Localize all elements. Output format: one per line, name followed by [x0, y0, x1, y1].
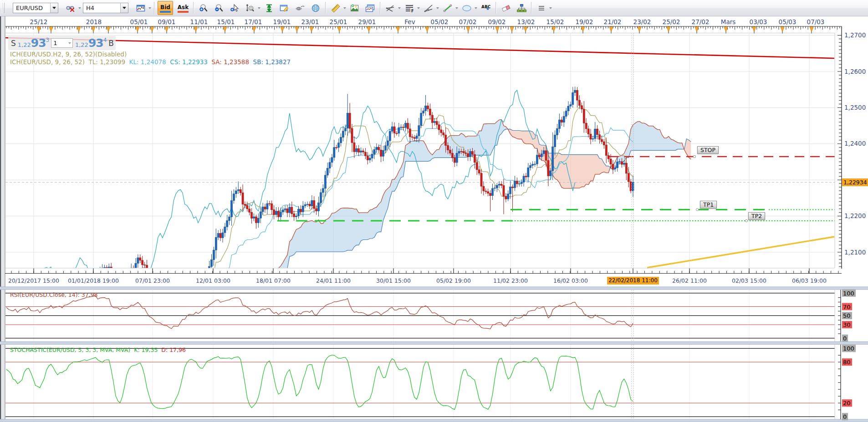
- list-icon-dropdown[interactable]: [548, 1, 553, 15]
- x-axis-top-label: 25/02: [663, 18, 680, 25]
- quantity-input[interactable]: 1: [51, 38, 73, 48]
- zoom-time-icon[interactable]: Q: [243, 1, 257, 15]
- x-axis-top-label: 17/01: [245, 18, 262, 25]
- svg-text:ABC: ABC: [481, 5, 491, 9]
- buy-price-small: 1,22: [75, 41, 88, 50]
- trend-line-icon[interactable]: [441, 1, 454, 15]
- x-axis-top-label: 09/01: [158, 18, 176, 25]
- x-axis-bottom-label: 16/02 03:00: [553, 277, 588, 284]
- x-axis-bottom-label: 07/01 23:00: [135, 277, 170, 284]
- x-axis-bottom-label: 30/01 15:00: [376, 277, 411, 284]
- instrument-select[interactable]: EUR/USD: [13, 3, 58, 13]
- svg-text:Q: Q: [250, 6, 252, 10]
- trading-app-window: 25/12201805/0109/0111/0115/0117/0119/012…: [0, 0, 868, 422]
- legend-ichimoku-values: ICH(EUR/USD, 9, 26, 52) TL: 1,23099 KL: …: [10, 58, 291, 66]
- stochastic-title: STOCHASTIC(EUR/USD, 5, 3, 3, MVA, MVA) K…: [10, 346, 186, 353]
- eraser-icon[interactable]: [499, 1, 513, 15]
- x-axis-top-label: 09/02: [488, 18, 506, 25]
- sell-label: S: [8, 39, 18, 48]
- y-axis-label: 1,2100: [844, 249, 866, 256]
- trend-angle-icon[interactable]: [422, 1, 435, 15]
- fit-vertical-icon[interactable]: [262, 1, 276, 15]
- toolbar-grip[interactable]: [2, 3, 5, 13]
- x-axis-top-label: 25/01: [330, 18, 347, 25]
- y-axis-label: 1,2500: [844, 104, 866, 111]
- main-toolbar: EUR/USDH4BidAskQFABC: [0, 0, 868, 16]
- ask-button[interactable]: Ask: [176, 1, 190, 15]
- rsi-title: RSI(EUR/USD.Close, 14): 37,98: [10, 291, 98, 298]
- x-axis-bottom-label: 05/02 19:00: [436, 277, 471, 284]
- timeframe-select[interactable]: H4: [83, 3, 128, 13]
- unlink-icon-dropdown[interactable]: [77, 1, 82, 15]
- ellipse-icon-dropdown[interactable]: [474, 1, 478, 15]
- ellipse-icon[interactable]: [460, 1, 474, 15]
- x-axis-top-label: 19/02: [576, 18, 593, 25]
- unlink-icon[interactable]: [64, 1, 77, 15]
- zoom-in-icon[interactable]: [197, 1, 210, 15]
- x-axis-top-label: 15/01: [217, 18, 235, 25]
- x-axis-top-label: 07/03: [807, 18, 825, 25]
- y-axis-label: 1,2600: [844, 68, 866, 75]
- x-axis-top-label: 23/01: [301, 18, 319, 25]
- x-axis-top-label: 25/12: [30, 18, 48, 25]
- zoom-select-icon[interactable]: [228, 1, 241, 15]
- stop-line-label[interactable]: STOP: [697, 146, 719, 154]
- stochastic-level-label: 0: [843, 413, 847, 420]
- add-image-icon[interactable]: [348, 1, 362, 15]
- list-icon[interactable]: [535, 1, 548, 15]
- y-axis-label: 1,2400: [844, 140, 866, 147]
- edit-objects-icon[interactable]: [278, 1, 291, 15]
- x-axis-top-label: 05/01: [130, 18, 148, 25]
- rsi-level-label: 50: [843, 312, 851, 319]
- structure-icon[interactable]: [515, 1, 528, 15]
- rsi-level-label: 0: [843, 335, 847, 342]
- buy-price-big[interactable]: 93: [88, 37, 103, 49]
- bid-button[interactable]: Bid: [158, 1, 173, 15]
- x-axis-bottom-label: 12/01 03:00: [196, 277, 230, 284]
- fibonacci-icon[interactable]: F: [403, 1, 416, 15]
- svg-text:F: F: [411, 9, 414, 13]
- buy-label: B: [107, 39, 116, 48]
- x-axis-top-label: 27/02: [692, 18, 710, 25]
- pitchfork-icon[interactable]: [383, 1, 397, 15]
- quantity-dropdown-icon[interactable]: [67, 42, 72, 44]
- chart-type-icon-dropdown[interactable]: [148, 1, 152, 15]
- zoom-time-icon-dropdown[interactable]: [257, 1, 261, 15]
- x-axis-top-label: 15/02: [546, 18, 564, 25]
- snapshot-icon[interactable]: [363, 1, 377, 15]
- tp1-line-label[interactable]: TP1: [700, 201, 717, 208]
- instrument-select-arrow-icon[interactable]: [50, 3, 58, 13]
- tp2-line-label[interactable]: TP2: [748, 212, 765, 220]
- ruler-icon-dropdown[interactable]: [342, 1, 347, 15]
- x-axis-top-label: 03/03: [750, 18, 767, 25]
- web-icon[interactable]: [309, 1, 322, 15]
- x-axis-top-label: Mars: [721, 18, 736, 25]
- chart-type-icon[interactable]: [134, 1, 148, 15]
- text-icon[interactable]: ABC: [479, 1, 493, 15]
- sell-price-big[interactable]: 93: [31, 37, 46, 49]
- stochastic-level-label: 20: [843, 400, 851, 407]
- x-axis-top-label: 2018: [86, 18, 102, 25]
- visibility-icon[interactable]: [293, 1, 307, 15]
- quote-panel: S 1,22 93 3 1 1,22 93 4 B: [8, 36, 116, 50]
- x-axis-bottom-label: 24/01 11:00: [316, 277, 351, 284]
- timeframe-select-arrow-icon[interactable]: [120, 3, 128, 13]
- x-axis-top-label: 29/01: [358, 18, 376, 25]
- rsi-level-label: 70: [843, 304, 851, 310]
- x-axis-top-label: Fev: [404, 18, 415, 25]
- x-axis-top-label: 13/02: [517, 18, 535, 25]
- fibonacci-icon-dropdown[interactable]: [416, 1, 421, 15]
- x-axis-bottom-label: 02/03 15:00: [732, 277, 766, 284]
- quantity-value[interactable]: 1: [51, 40, 67, 46]
- y-axis-label: 1,2200: [844, 212, 866, 219]
- ruler-icon[interactable]: [329, 1, 342, 15]
- trend-angle-icon-dropdown[interactable]: [435, 1, 440, 15]
- trend-line-icon-dropdown[interactable]: [454, 1, 459, 15]
- x-axis-bottom-label: 26/02 11:00: [672, 277, 707, 284]
- zoom-out-icon[interactable]: [212, 1, 226, 15]
- pitchfork-icon-dropdown[interactable]: [397, 1, 402, 15]
- stochastic-level-label: 80: [843, 359, 851, 366]
- x-axis-top-label: 11/01: [190, 18, 208, 25]
- y-axis-label: 1,2700: [844, 31, 866, 39]
- x-axis-bottom-label: 20/12/2017 15:00: [8, 277, 59, 284]
